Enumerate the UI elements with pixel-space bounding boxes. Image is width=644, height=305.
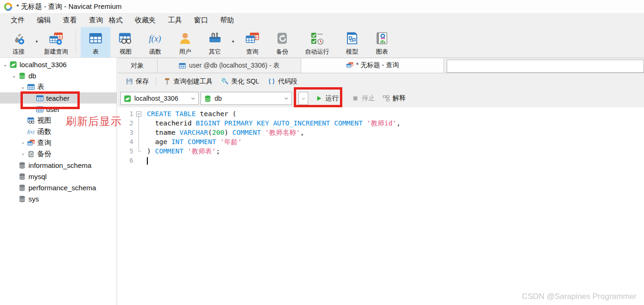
- chevron-down-icon: [283, 95, 290, 102]
- code-token: '教师id': [367, 119, 396, 127]
- menu-item-5[interactable]: 格式: [103, 14, 129, 27]
- tree-item-user[interactable]: user: [0, 104, 117, 115]
- tree-item-备份[interactable]: ›备份: [0, 148, 117, 159]
- tab-label: user @db (localhost_3306) - 表: [189, 62, 280, 70]
- code-token: ;: [216, 147, 220, 155]
- code-line-6[interactable]: 6: [118, 156, 644, 165]
- stop-label: 停止: [362, 94, 375, 103]
- toolbar-button-backup[interactable]: 备份: [267, 27, 297, 57]
- explain-button[interactable]: 解释: [379, 92, 409, 105]
- toolbar-button-model[interactable]: 模型: [337, 27, 367, 57]
- tab-filter-box[interactable]: [447, 60, 644, 73]
- connection-select[interactable]: localhost_3306: [120, 92, 199, 105]
- menu-item-8[interactable]: 窗口: [188, 14, 214, 27]
- tab-query[interactable]: * 无标题 - 查询: [301, 58, 444, 73]
- tree-item-sys[interactable]: sys: [0, 193, 117, 204]
- sql-editor[interactable]: 1CREATE TABLE teacher (2 teacherid BIGIN…: [118, 107, 644, 305]
- tree-expander-icon[interactable]: ⌄: [11, 73, 17, 79]
- query-toolbar-save[interactable]: 保存: [121, 76, 153, 88]
- query-icon: [27, 139, 35, 147]
- tree-item-表[interactable]: ⌄表: [0, 81, 117, 92]
- stop-icon: [352, 95, 359, 102]
- code-token: COMMENT: [232, 129, 261, 136]
- tree-item-localhost_3306[interactable]: ⌄localhost_3306: [0, 59, 117, 70]
- query-toolbar-snippet[interactable]: 代码段: [263, 76, 302, 88]
- toolbar-button-plug[interactable]: 连接▾: [4, 27, 34, 57]
- menu-item-2[interactable]: 编辑: [31, 14, 57, 27]
- query-toolbar-query-builder[interactable]: 查询创建工具: [159, 76, 217, 88]
- fold-margin[interactable]: [135, 109, 143, 118]
- table-icon: [36, 105, 44, 113]
- tree-expander-icon[interactable]: ›: [20, 140, 26, 146]
- menu-item-7[interactable]: 工具: [162, 14, 188, 27]
- code-token: BIGINT PRIMARY KEY AUTO_INCREMENT COMMEN…: [196, 119, 363, 127]
- navicat-logo-icon: [4, 2, 13, 11]
- table-icon: [27, 83, 35, 91]
- button-label: 保存: [136, 77, 149, 86]
- toolbar-label: 自动运行: [305, 48, 329, 56]
- toolbar-button-chart[interactable]: 图表: [367, 27, 397, 57]
- code-token: ): [224, 129, 229, 136]
- chevron-down-icon: [300, 96, 306, 102]
- svg-text:f(x): f(x): [28, 129, 35, 135]
- query-toolbar-beautify[interactable]: 美化 SQL: [217, 76, 263, 88]
- toolbar-button-fx[interactable]: f(x)函数: [140, 27, 170, 57]
- fold-margin: [135, 118, 143, 128]
- tree-expander-icon[interactable]: ⌄: [2, 62, 8, 68]
- fx-icon: f(x): [27, 128, 35, 136]
- database-select[interactable]: db: [201, 92, 292, 105]
- menu-item-9[interactable]: 帮助: [214, 14, 240, 27]
- toolbar-label: 用户: [179, 48, 191, 56]
- menu-item-6[interactable]: 收藏夹: [129, 14, 162, 27]
- tree-item-查询[interactable]: ›查询: [0, 137, 117, 148]
- toolbar-button-toolbox[interactable]: 其它▾: [200, 27, 230, 57]
- database-gray-icon: [18, 161, 26, 169]
- toolbar-label: 图表: [376, 48, 388, 56]
- menu-item-1[interactable]: 文件: [5, 14, 31, 27]
- tree-expander-icon[interactable]: ›: [20, 151, 26, 157]
- toolbar-button-table[interactable]: 表: [81, 27, 111, 57]
- tree-item-teacher[interactable]: teacher: [0, 92, 117, 104]
- run-options-dropdown[interactable]: [298, 92, 308, 105]
- toolbar-button-user[interactable]: 用户: [170, 27, 200, 57]
- tab-bar: 对象user @db (localhost_3306) - 表* 无标题 - 查…: [118, 58, 644, 73]
- menu-item-3[interactable]: 查看: [57, 14, 83, 27]
- new-query-icon: [49, 31, 63, 45]
- tab-objects[interactable]: 对象: [118, 58, 158, 73]
- toolbar-label: 其它: [209, 48, 221, 56]
- code-line-3[interactable]: 3 tname VARCHAR(200) COMMENT '教师名称',: [118, 128, 644, 137]
- caret-down-icon: ▾: [35, 39, 38, 44]
- tree-item-information_schema[interactable]: information_schema: [0, 159, 117, 171]
- code-line-1[interactable]: 1CREATE TABLE teacher (: [118, 109, 644, 118]
- tree-item-函数[interactable]: f(x)函数: [0, 126, 117, 137]
- mysql-connection-icon: [124, 95, 132, 103]
- tree-expander-icon[interactable]: ⌄: [20, 84, 26, 90]
- button-label: 查询创建工具: [173, 77, 213, 86]
- toolbar-button-automation[interactable]: 自动运行: [297, 27, 337, 57]
- snippet-icon: [268, 77, 276, 85]
- database-gray-icon: [18, 195, 26, 203]
- explain-label: 解释: [393, 94, 406, 103]
- toolbar-button-view[interactable]: 视图: [111, 27, 140, 57]
- code-line-4[interactable]: 4 age INT COMMENT '年龄': [118, 137, 644, 146]
- toolbar-button-new-query[interactable]: 新建查询: [41, 27, 71, 57]
- run-button[interactable]: 运行: [312, 92, 342, 105]
- toolbar-separator: [156, 77, 156, 86]
- tree-item-mysql[interactable]: mysql: [0, 171, 117, 182]
- explain-icon: [382, 95, 390, 102]
- toolbar-button-query[interactable]: 查询: [237, 27, 267, 57]
- tree-item-db[interactable]: ⌄db: [0, 70, 117, 81]
- watermark-text: CSDN @Sarapines Programmer: [522, 292, 637, 301]
- tree-item-label: user: [46, 105, 60, 113]
- stop-button[interactable]: 停止: [348, 92, 379, 105]
- tree-item-performance_schema[interactable]: performance_schema: [0, 182, 117, 193]
- navicat-window: * 无标题 - 查询 - Navicat Premium 文件编辑查看查询格式收…: [0, 0, 644, 305]
- tree-item-label: sys: [28, 195, 39, 203]
- tree-item-label: 函数: [37, 127, 51, 136]
- tree-item-视图[interactable]: 视图: [0, 115, 117, 126]
- beautify-icon: [221, 77, 229, 85]
- code-line-2[interactable]: 2 teacherid BIGINT PRIMARY KEY AUTO_INCR…: [118, 118, 644, 128]
- toolbar-label: 查询: [246, 48, 258, 56]
- code-line-5[interactable]: 5) COMMENT '教师表';: [118, 146, 644, 156]
- tab-table-user[interactable]: user @db (localhost_3306) - 表: [158, 58, 301, 73]
